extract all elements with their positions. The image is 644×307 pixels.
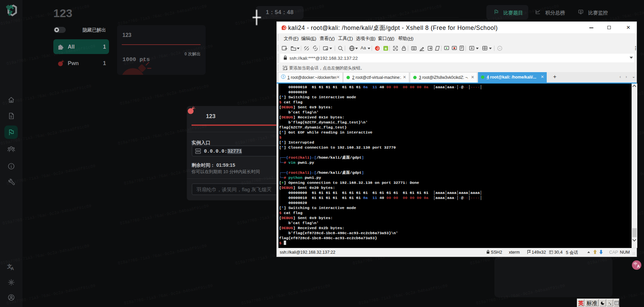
svg-text:a: a [385,46,387,50]
